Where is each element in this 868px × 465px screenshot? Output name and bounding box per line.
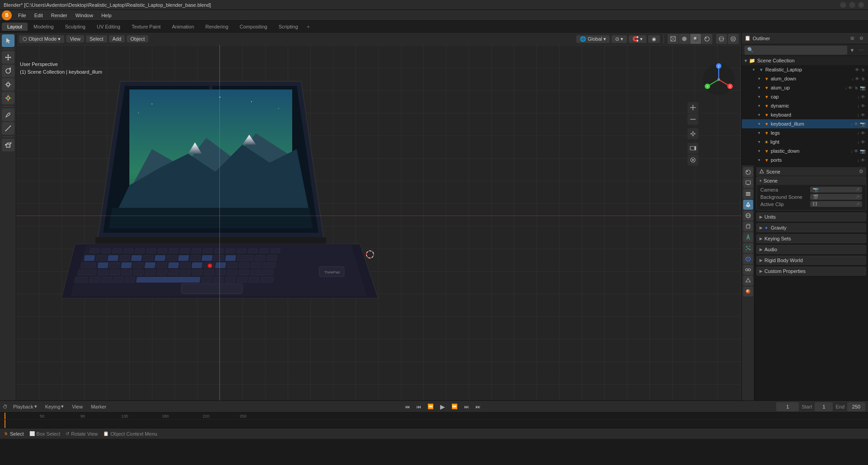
outliner-filter-type[interactable]: ▼ (848, 46, 856, 54)
pan-tool-button[interactable] (688, 128, 698, 139)
playback-menu[interactable]: Playback ▾ (10, 403, 40, 410)
xray-toggle[interactable] (728, 34, 739, 44)
toggle-camera-button[interactable] (688, 155, 698, 165)
menu-help[interactable]: Help (98, 12, 115, 19)
tool-cursor[interactable] (2, 34, 14, 47)
prop-object-icon[interactable] (743, 221, 753, 231)
prop-output-icon[interactable] (743, 178, 753, 188)
outliner-item-realistic-laptop[interactable]: ▾ ▼ Realistic_Laptop 👁 🖱 (742, 65, 868, 74)
tool-add-cube[interactable] (2, 139, 14, 151)
prop-particles-icon[interactable] (743, 243, 753, 253)
play-back-btn[interactable]: ⏪ (425, 403, 436, 410)
tab-scripting[interactable]: Scripting (273, 23, 304, 31)
section-gravity-header[interactable]: ▶ ✦ Gravity (757, 224, 866, 232)
tool-annotate[interactable] (2, 108, 14, 121)
tab-uv-editing[interactable]: UV Editing (91, 23, 126, 31)
tab-rendering[interactable]: Rendering (200, 23, 234, 31)
outliner-options-btn[interactable]: ⚙ (857, 34, 865, 42)
prop-value[interactable]: 🎞 ↗ (810, 201, 862, 207)
tool-rotate[interactable] (2, 65, 14, 77)
tab-sculpting[interactable]: Sculpting (60, 23, 91, 31)
prop-scene-icon[interactable] (743, 200, 753, 210)
outliner-item-plastic-down[interactable]: ▾ ▼ plastic_down ↓ 👁 📷 (742, 146, 868, 155)
menu-render[interactable]: Render (47, 12, 71, 19)
tab-layout[interactable]: Layout (2, 23, 28, 31)
step-forward-btn[interactable]: ⏭ (461, 404, 472, 410)
section-units-header[interactable]: ▶ Units (757, 213, 866, 221)
rendered-mode[interactable] (702, 34, 712, 44)
prop-data-icon[interactable] (743, 276, 753, 286)
play-forward-btn[interactable]: ⏩ (449, 403, 460, 410)
outliner-filter-btn[interactable]: ⊞ (848, 34, 856, 42)
object-menu[interactable]: Object (127, 35, 148, 42)
tab-compositing[interactable]: Compositing (234, 23, 273, 31)
wireframe-mode[interactable] (668, 34, 678, 44)
tab-modeling[interactable]: Modeling (28, 23, 59, 31)
section-rigidbody-header[interactable]: ▶ Rigid Body World (757, 256, 866, 264)
menu-window[interactable]: Window (72, 12, 97, 19)
bg-link[interactable]: ↗ (856, 194, 859, 199)
outliner-item-alum-up[interactable]: ▾ ▼ alum_up ↓ 👁 🖱 📷 (742, 83, 868, 92)
timeline-scrubber[interactable] (0, 420, 868, 428)
minimize-button[interactable]: — (840, 2, 846, 8)
outliner-filter-all[interactable]: ⋯ (857, 46, 865, 54)
jump-end-btn[interactable]: ⏭ (473, 404, 483, 410)
prop-modifier-icon[interactable] (743, 232, 753, 242)
prop-material-icon[interactable] (743, 287, 753, 296)
menu-edit[interactable]: Edit (31, 12, 47, 19)
select-menu[interactable]: Select (86, 35, 107, 42)
prop-physics-icon[interactable] (743, 254, 753, 264)
maximize-button[interactable]: □ (849, 2, 855, 8)
zoom-in-button[interactable] (688, 102, 698, 113)
viewport-content[interactable]: User Perspective (1) Scene Collection | … (16, 45, 741, 400)
props-options[interactable]: ⚙ (859, 169, 863, 174)
mode-selector[interactable]: ⬡ Object Mode ▾ (19, 35, 64, 43)
transform-global[interactable]: 🌐 Global ▾ (576, 35, 610, 43)
snap-toggle[interactable]: 🧲 ▾ (629, 35, 646, 43)
add-workspace-button[interactable]: + (304, 22, 313, 31)
outliner-item-ports[interactable]: ▾ ▼ ports ↓ 👁 (742, 155, 868, 164)
view-menu-timeline[interactable]: View (69, 404, 85, 410)
outliner-item-alum-down[interactable]: ▾ ▼ alum_down ↓ 👁 🖱 (742, 74, 868, 83)
play-btn[interactable]: ▶ (437, 403, 448, 411)
tool-measure[interactable] (2, 122, 14, 135)
current-frame-input[interactable]: 1 (776, 402, 799, 411)
viewport[interactable]: ⬡ Object Mode ▾ View Select Add Object 🌐… (16, 33, 741, 400)
outliner-item-dynamic[interactable]: ▾ ▼ dynamic ↓ 👁 (742, 101, 868, 110)
outliner-search[interactable]: 🔍 (745, 46, 847, 55)
solid-mode[interactable] (679, 34, 690, 44)
tab-animation[interactable]: Animation (166, 23, 199, 31)
nav-gizmo[interactable]: Z X Y (701, 61, 737, 98)
tab-texture-paint[interactable]: Texture Paint (126, 23, 166, 31)
close-button[interactable]: ✕ (858, 2, 864, 8)
prop-viewlayer-icon[interactable] (743, 189, 753, 199)
prop-constraints-icon[interactable] (743, 265, 753, 275)
proportional-edit[interactable]: ◉ (648, 35, 660, 43)
tool-scale[interactable] (2, 78, 14, 91)
prop-value[interactable]: 🎬 ↗ (810, 194, 862, 200)
camera-link[interactable]: ↗ (856, 187, 859, 192)
section-custprops-header[interactable]: ▶ Custom Properties (757, 267, 866, 275)
zoom-out-button[interactable] (688, 114, 698, 125)
step-back-btn[interactable]: ⏮ (413, 404, 424, 410)
jump-start-btn[interactable]: ⏮ (402, 404, 413, 410)
outliner-item-keyboard[interactable]: ▾ ▼ keyboard ↓ 👁 (742, 110, 868, 119)
end-frame-input[interactable]: 250 (847, 402, 865, 411)
prop-value[interactable]: 📷 ↗ (810, 187, 862, 193)
outliner-item-legs[interactable]: ▾ ▼ legs ↓ 👁 (742, 128, 868, 137)
prop-render-icon[interactable] (743, 167, 753, 177)
tool-move[interactable] (2, 51, 14, 64)
overlay-toggle[interactable] (716, 34, 727, 44)
tool-transform[interactable] (2, 92, 14, 104)
start-frame-input[interactable]: 1 (815, 402, 833, 411)
camera-view-button[interactable] (688, 143, 698, 154)
outliner-item-keyboard-illum[interactable]: ▾ ▼ keyboard_illum ↓ 👁 📷 (742, 119, 868, 128)
material-preview-mode[interactable] (690, 34, 701, 44)
marker-menu[interactable]: Marker (88, 404, 109, 410)
transform-pivot[interactable]: ⊙ ▾ (612, 35, 627, 43)
section-keying-header[interactable]: ▶ Keying Sets (757, 235, 866, 243)
clip-link[interactable]: ↗ (856, 202, 859, 207)
scene-collection-header[interactable]: ▾ 📁 Scene Collection (742, 56, 868, 65)
section-scene-header[interactable]: ▾ Scene (757, 177, 866, 185)
section-audio-header[interactable]: ▶ Audio (757, 245, 866, 254)
